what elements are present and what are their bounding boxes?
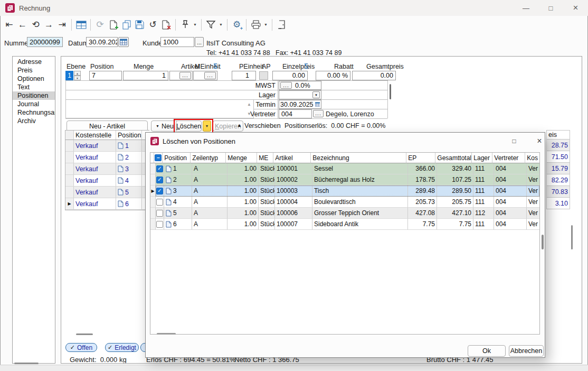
row-selector[interactable] bbox=[150, 186, 156, 197]
row-checkbox[interactable] bbox=[156, 199, 163, 206]
verschieben-up-icon[interactable]: ▲ bbox=[237, 123, 242, 128]
abbrechen-button[interactable]: Abbrechen bbox=[509, 345, 544, 357]
gesamttotal-header[interactable]: Gesamttotal bbox=[435, 153, 472, 163]
positions-table-row[interactable]: Verkauf 2 bbox=[65, 152, 149, 163]
menge-header[interactable]: Menge bbox=[226, 153, 257, 163]
dialog-hscroll-thumb[interactable] bbox=[157, 333, 176, 335]
positions-table-row[interactable]: Verkauf 5 bbox=[65, 187, 149, 198]
row-selector[interactable] bbox=[65, 163, 74, 174]
peinheit-input[interactable]: 1 bbox=[232, 71, 256, 80]
positions-table-row[interactable]: Verkauf 3 bbox=[65, 163, 149, 175]
undo-icon[interactable]: ↺ bbox=[146, 18, 159, 32]
rabatt-input[interactable]: 0.00 % bbox=[316, 71, 350, 80]
table-view-icon[interactable] bbox=[74, 18, 88, 32]
dialog-table-row[interactable]: 6 A 1.00 Stück 100007 Sideboard Antik 7.… bbox=[150, 219, 539, 230]
last-record-icon[interactable]: ⇥ bbox=[55, 18, 69, 32]
row-selector[interactable] bbox=[150, 163, 156, 174]
row-selector[interactable] bbox=[65, 187, 74, 198]
meinheit-lookup-button[interactable]: ... bbox=[204, 72, 216, 79]
loeschen-dropdown-button[interactable]: ▼ bbox=[203, 120, 211, 132]
detail-vscroll-thumb[interactable] bbox=[390, 84, 391, 99]
dialog-maximize-button[interactable]: □ bbox=[507, 135, 521, 147]
refresh-icon[interactable]: ⟳ bbox=[93, 18, 107, 32]
positions-vscroll-thumb[interactable] bbox=[571, 225, 573, 249]
row-checkbox[interactable] bbox=[156, 188, 163, 194]
mwst-input[interactable]: ... 0.0% bbox=[279, 81, 321, 90]
position-header[interactable]: Position bbox=[163, 153, 191, 163]
sidebar-hscroll-thumb[interactable] bbox=[14, 363, 39, 364]
row-selector[interactable] bbox=[65, 198, 74, 209]
artikel-lookup-button[interactable]: ... bbox=[179, 72, 191, 79]
ebene-input[interactable]: 1 bbox=[65, 71, 73, 80]
artikel-header[interactable]: Artikel bbox=[273, 153, 311, 163]
positions-table-row[interactable]: Verkauf 1 bbox=[65, 140, 149, 152]
ap-checkbox[interactable] bbox=[259, 71, 268, 80]
vertreter-lookup-button[interactable]: ... bbox=[313, 110, 324, 117]
positions-hscroll-thumb[interactable] bbox=[76, 333, 93, 335]
offen-filter-button[interactable]: ✓Offen bbox=[65, 343, 97, 352]
sidebar-item[interactable]: Text bbox=[13, 83, 55, 91]
lager-header[interactable]: Lager bbox=[472, 153, 492, 163]
positions-table-row[interactable]: Verkauf 4 bbox=[65, 175, 149, 187]
settings-add-icon[interactable]: ⚙+ bbox=[230, 18, 243, 32]
select-all-checkbox[interactable] bbox=[155, 154, 162, 161]
copy-icon[interactable] bbox=[120, 18, 133, 32]
verschieben-down-icon[interactable]: ▼ bbox=[274, 123, 278, 128]
artikel-input[interactable]: ... bbox=[169, 71, 193, 80]
lager-select[interactable]: ▼ bbox=[279, 90, 321, 99]
row-selector[interactable] bbox=[65, 140, 74, 151]
first-record-icon[interactable]: ⇤ bbox=[3, 18, 16, 32]
datum-input[interactable]: 30.09.2025 bbox=[86, 37, 118, 47]
menge-input[interactable]: 1 bbox=[123, 71, 168, 80]
row-selector[interactable] bbox=[150, 208, 156, 219]
dialog-table-row[interactable]: 1 A 1.00 Stück 100001 Sessel 366.00 329.… bbox=[150, 163, 539, 174]
print-dropdown-icon[interactable]: ▼ bbox=[262, 23, 269, 26]
vertreter-header[interactable]: Vertreter bbox=[492, 153, 525, 163]
termin-calendar-icon[interactable] bbox=[315, 101, 320, 108]
stepper-down-icon[interactable]: ▼ bbox=[74, 76, 81, 80]
dialog-table-row[interactable]: 4 A 1.00 Stück 100004 Boulevardtisch 205… bbox=[150, 197, 539, 208]
stepper-up-icon[interactable]: ▲ bbox=[74, 71, 81, 76]
previous-record-icon[interactable]: ← bbox=[16, 18, 29, 32]
close-button[interactable]: × bbox=[563, 0, 588, 16]
dialog-table-row[interactable]: 3 A 1.00 Stück 100003 Tisch 289.48 289.5… bbox=[150, 186, 539, 197]
sidebar-item[interactable]: Preis bbox=[13, 66, 55, 75]
row-selector[interactable] bbox=[150, 219, 156, 230]
ebene-stepper[interactable]: ▲ ▼ bbox=[74, 71, 81, 80]
row-selector[interactable] bbox=[65, 175, 74, 186]
mwst-lookup-button[interactable]: ... bbox=[280, 82, 292, 89]
row-checkbox[interactable] bbox=[156, 210, 163, 217]
pin-icon[interactable] bbox=[178, 18, 192, 32]
bezeichnung-header[interactable]: Bezeichnung bbox=[311, 153, 406, 163]
dialog-close-button[interactable]: × bbox=[533, 135, 546, 147]
ok-button[interactable]: Ok bbox=[468, 345, 506, 357]
neu-button[interactable]: ▼Neu bbox=[151, 120, 178, 132]
row-selector[interactable] bbox=[150, 174, 156, 186]
save-icon[interactable] bbox=[133, 18, 146, 32]
positions-table-row[interactable]: Verkauf 6 bbox=[65, 198, 149, 210]
maximize-button[interactable]: □ bbox=[538, 0, 563, 16]
sidebar-item[interactable]: Positionen bbox=[13, 91, 55, 100]
filter-icon[interactable] bbox=[204, 18, 217, 32]
kunde-lookup-button[interactable]: ... bbox=[195, 37, 204, 47]
meinheit-input[interactable]: ... bbox=[193, 71, 217, 80]
minimize-button[interactable]: — bbox=[514, 0, 538, 16]
zeilentyp-header[interactable]: Zeilentyp bbox=[191, 153, 226, 163]
erledigt-filter-button[interactable]: ✓Erledigt bbox=[105, 343, 139, 352]
print-icon[interactable] bbox=[249, 18, 262, 32]
kostenstelle-header[interactable]: Kos bbox=[525, 153, 539, 163]
history-icon[interactable]: ⟲ bbox=[29, 18, 42, 32]
kunde-input[interactable]: 1000 bbox=[160, 37, 194, 47]
sidebar-item[interactable]: Archiv bbox=[13, 117, 55, 125]
kostenstelle-header[interactable]: Kostenstelle bbox=[74, 131, 116, 140]
filter-dropdown-icon[interactable]: ▼ bbox=[217, 23, 224, 26]
nummer-input[interactable]: 20000099 bbox=[27, 37, 63, 47]
ep-header[interactable]: EP bbox=[406, 153, 435, 163]
position-input[interactable]: 7 bbox=[89, 71, 122, 80]
sidebar-item[interactable]: Adresse bbox=[13, 58, 55, 66]
termin-input[interactable]: 30.09.2025 bbox=[279, 100, 321, 109]
sidebar-item[interactable]: Journal bbox=[13, 100, 55, 108]
row-selector[interactable] bbox=[150, 197, 156, 208]
einzelpreis-input[interactable]: 0.00 bbox=[272, 71, 308, 80]
dialog-table-row[interactable]: 5 A 1.00 Stück 100006 Grosser Teppich Or… bbox=[150, 208, 539, 219]
